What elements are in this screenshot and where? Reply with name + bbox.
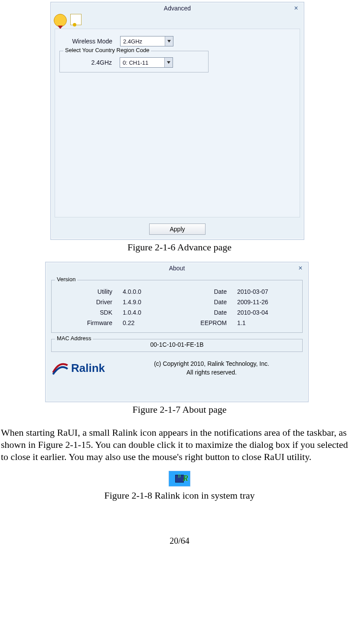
advance-window: Advanced × Wireless Mode 2.4GHz Select Y… xyxy=(50,2,304,240)
version-value: 1.0.4.0 xyxy=(123,307,179,318)
version-name: Firmware xyxy=(56,318,123,328)
version-group-label: Version xyxy=(55,276,77,283)
region-band-label: 2.4GHz xyxy=(63,59,112,66)
mac-address-label: MAC Address xyxy=(55,335,93,342)
ralink-r-icon: R xyxy=(183,474,188,483)
figure-caption-3: Figure 2-1-8 Ralink icon in system tray xyxy=(0,490,359,501)
system-tray-ralink-icon[interactable]: )) R xyxy=(169,471,190,486)
chevron-down-icon xyxy=(165,36,173,46)
wireless-mode-value: 2.4GHz xyxy=(121,38,165,45)
version-key2: Date xyxy=(179,297,237,307)
version-value: 4.0.0.0 xyxy=(123,286,179,297)
about-window: About × Version Utility 4.0.0.0 Date 201… xyxy=(45,262,309,402)
copyright-line1: (c) Copyright 2010, Ralink Technology, I… xyxy=(121,359,303,368)
svg-marker-1 xyxy=(167,61,170,64)
version-key2: EEPROM xyxy=(179,318,237,328)
figure-caption-2: Figure 2-1-7 About page xyxy=(0,404,359,415)
version-value: 0.22 xyxy=(123,318,179,328)
wireless-mode-label: Wireless Mode xyxy=(60,38,112,45)
region-code-row: 2.4GHz 0: CH1-11 xyxy=(63,57,173,68)
version-value: 1.4.9.0 xyxy=(123,297,179,307)
medal-icon[interactable] xyxy=(54,14,67,27)
signal-wave-icon: )) xyxy=(178,473,181,478)
region-code-value: 0: CH1-11 xyxy=(120,59,164,66)
version-row-firmware: Firmware 0.22 EEPROM 1.1 xyxy=(56,318,298,328)
apply-button[interactable]: Apply xyxy=(149,223,206,235)
version-val2: 2009-11-26 xyxy=(237,297,289,307)
advance-toolbar xyxy=(54,14,82,27)
region-code-dropdown[interactable]: 0: CH1-11 xyxy=(120,57,173,68)
certificate-icon[interactable] xyxy=(70,14,82,25)
copyright-area: Ralink (c) Copyright 2010, Ralink Techno… xyxy=(51,356,303,380)
version-name: Utility xyxy=(56,286,123,297)
version-name: SDK xyxy=(56,307,123,318)
wireless-mode-row: Wireless Mode 2.4GHz xyxy=(60,36,173,46)
version-row-sdk: SDK 1.0.4.0 Date 2010-03-04 xyxy=(56,307,298,318)
version-val2: 2010-03-07 xyxy=(237,286,289,297)
ralink-logo: Ralink xyxy=(51,356,121,380)
body-paragraph: When starting RaUI, a small Ralink icon … xyxy=(0,427,359,463)
page-number: 20/64 xyxy=(0,536,359,546)
chevron-down-icon xyxy=(164,58,173,67)
version-key2: Date xyxy=(179,307,237,318)
figure-caption-1: Figure 2-1-6 Advance page xyxy=(0,242,359,253)
region-code-group-label: Select Your Country Region Code xyxy=(63,47,151,53)
ralink-logo-text: Ralink xyxy=(71,361,105,375)
advance-window-title: Advanced xyxy=(51,3,304,14)
region-code-group: Select Your Country Region Code 2.4GHz 0… xyxy=(59,51,209,72)
version-row-utility: Utility 4.0.0.0 Date 2010-03-07 xyxy=(56,286,298,297)
version-name: Driver xyxy=(56,297,123,307)
advance-body: Wireless Mode 2.4GHz Select Your Country… xyxy=(55,29,300,217)
version-key2: Date xyxy=(179,286,237,297)
close-icon[interactable]: × xyxy=(297,264,304,272)
mac-address-value: 00-1C-10-01-FE-1B xyxy=(52,341,302,348)
svg-marker-0 xyxy=(167,40,171,43)
version-row-driver: Driver 1.4.9.0 Date 2009-11-26 xyxy=(56,297,298,307)
version-val2: 1.1 xyxy=(237,318,289,328)
close-icon[interactable]: × xyxy=(292,4,300,12)
version-val2: 2010-03-04 xyxy=(237,307,289,318)
about-window-title: About xyxy=(46,263,308,274)
copyright-text: (c) Copyright 2010, Ralink Technology, I… xyxy=(121,359,303,377)
mac-address-group: MAC Address 00-1C-10-01-FE-1B xyxy=(51,339,303,352)
wireless-mode-dropdown[interactable]: 2.4GHz xyxy=(120,36,173,46)
version-group: Version Utility 4.0.0.0 Date 2010-03-07 … xyxy=(51,280,303,333)
about-body: Version Utility 4.0.0.0 Date 2010-03-07 … xyxy=(51,280,303,396)
copyright-line2: All rights reserved. xyxy=(121,368,303,377)
ralink-swoosh-icon xyxy=(51,359,69,377)
